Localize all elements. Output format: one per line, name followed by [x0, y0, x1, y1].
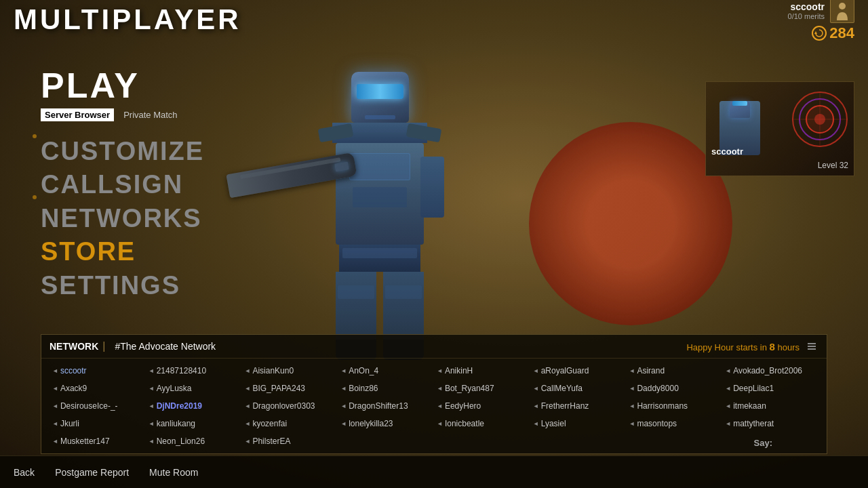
- network-separator: |: [102, 340, 105, 352]
- network-player-entry: ◄sccootr: [50, 363, 146, 379]
- profile-card-inner: sccootr Level 32: [706, 82, 854, 176]
- network-player-entry: ◄Ionicbeatle: [434, 415, 530, 432]
- profile-card: sccootr Level 32: [705, 81, 854, 176]
- action-back[interactable]: Back: [14, 467, 35, 478]
- network-player-entry: ◄kanliukang: [146, 415, 242, 432]
- scroll-bar-1: [808, 343, 816, 344]
- left-nav: PLAY Server Browser Private Match CUSTOM…: [41, 68, 204, 302]
- network-player-entry: ◄AyyLuska: [146, 380, 242, 396]
- player-entry-name: BIG_PAPA243: [252, 384, 305, 393]
- action-mute-room[interactable]: Mute Room: [149, 467, 198, 478]
- speaker-icon: ◄: [629, 403, 635, 409]
- speaker-icon: ◄: [245, 367, 251, 374]
- nav-bullet-customize: [33, 134, 37, 138]
- speaker-icon: ◄: [245, 385, 251, 392]
- player-entry-name: sccootr: [60, 366, 87, 375]
- nav-play-label[interactable]: PLAY: [41, 68, 204, 103]
- speaker-icon: ◄: [245, 403, 251, 409]
- player-entry-name: Daddy8000: [637, 384, 678, 393]
- scroll-indicator[interactable]: [808, 343, 816, 350]
- speaker-icon: ◄: [629, 420, 635, 427]
- speaker-icon: ◄: [340, 367, 347, 374]
- network-player-entry: ◄AisianKun0: [242, 363, 338, 379]
- top-right: sccootr 0/10 merits: [788, 0, 854, 42]
- nav-bullet-networks: [33, 195, 37, 199]
- player-entry-name: AisianKun0: [252, 366, 294, 375]
- speaker-icon: ◄: [725, 367, 731, 374]
- network-player-entry: ◄Lyasiel: [530, 415, 627, 432]
- network-player-entry: ◄Asirand: [627, 363, 723, 379]
- player-entry-name: AnikinH: [445, 366, 473, 375]
- player-entry-name: Jkurli: [60, 419, 79, 428]
- speaker-icon: ◄: [725, 420, 731, 427]
- speaker-icon: ◄: [149, 438, 155, 445]
- player-entry-name: kanliukang: [157, 419, 195, 428]
- speaker-icon: ◄: [629, 385, 635, 392]
- network-name: #The Advocate Network: [115, 341, 216, 352]
- network-player-entry: ◄Jkurli: [50, 415, 146, 432]
- network-right: Happy Hour starts in 8 hours: [686, 341, 818, 352]
- player-entry-name: itmekaan: [733, 401, 766, 411]
- player-avatar-icon: [830, 0, 854, 23]
- player-entry-name: Asirand: [637, 366, 665, 375]
- tab-private-match[interactable]: Private Match: [119, 108, 181, 121]
- speaker-icon: ◄: [437, 420, 443, 427]
- player-entry-name: FretherrHanz: [541, 401, 589, 411]
- profile-target-circles: [789, 89, 850, 150]
- speaker-icon: ◄: [149, 420, 155, 427]
- speaker-icon: ◄: [340, 403, 347, 409]
- ui-layer: MULTIPLAYER sccootr 0/10 merits: [0, 0, 868, 488]
- network-player-entry: ◄Neon_Lion26: [146, 433, 242, 449]
- speaker-icon: ◄: [245, 438, 251, 445]
- happy-hour-text: Happy Hour starts in 8 hours: [686, 341, 800, 352]
- speaker-icon: ◄: [52, 385, 58, 392]
- speaker-icon: ◄: [149, 403, 155, 409]
- svg-point-0: [839, 3, 846, 9]
- nav-item-callsign[interactable]: CALLSIGN: [41, 168, 204, 201]
- nav-item-networks[interactable]: NETWORKS: [41, 202, 204, 235]
- currency-amount: 284: [829, 24, 854, 42]
- network-player-entry: ◄mattytherat: [722, 415, 818, 432]
- svg-marker-1: [814, 31, 817, 34]
- speaker-icon: ◄: [533, 420, 539, 427]
- speaker-icon: ◄: [437, 385, 443, 392]
- nav-item-customize[interactable]: CUSTOMIZE: [41, 135, 204, 168]
- nav-item-store[interactable]: STORE: [41, 235, 204, 268]
- tab-server-browser[interactable]: Server Browser: [41, 108, 114, 121]
- network-players-grid: ◄sccootr◄21487128410◄AisianKun0◄AnOn_4◄A…: [41, 359, 827, 453]
- network-player-entry: ◄Avokado_Brot2006: [722, 363, 818, 379]
- play-sub-tabs: Server Browser Private Match: [41, 108, 204, 121]
- speaker-icon: ◄: [533, 385, 539, 392]
- network-player-entry: ◄21487128410: [146, 363, 242, 379]
- action-postgame-label: Postgame Report: [55, 467, 129, 478]
- network-player-entry: ◄Musketter147: [50, 433, 146, 449]
- network-player-entry: ◄PhilsterEA: [242, 433, 338, 449]
- speaker-icon: ◄: [340, 420, 347, 427]
- player-entry-name: DjNDre2019: [157, 401, 202, 411]
- profile-level: Level 32: [818, 161, 848, 170]
- player-entry-name: Lyasiel: [541, 419, 566, 428]
- network-player-entry: ◄Dragonlover0303: [242, 398, 338, 414]
- network-player-entry: ◄Bot_Ryan487: [434, 380, 530, 396]
- network-player-entry: ◄BIG_PAPA243: [242, 380, 338, 396]
- bottom-bar: Back Postgame Report Mute Room: [0, 455, 868, 488]
- player-entry-name: mattytherat: [733, 419, 774, 428]
- network-header: NETWORK | #The Advocate Network Happy Ho…: [41, 335, 827, 359]
- happy-hour-suffix: hours: [775, 342, 800, 352]
- action-postgame[interactable]: Postgame Report: [55, 467, 129, 478]
- network-player-entry: ◄FretherrHanz: [530, 398, 627, 414]
- speaker-icon: ◄: [52, 367, 58, 374]
- currency-bar: 284: [812, 24, 854, 42]
- player-entry-name: masontops: [637, 419, 677, 428]
- player-entry-name: aRoyalGuard: [541, 366, 589, 375]
- happy-hour-prefix: Happy Hour starts in: [686, 342, 769, 352]
- network-player-entry: ◄Boinz86: [338, 380, 434, 396]
- page-title: MULTIPLAYER: [14, 0, 241, 36]
- network-player-entry: ◄aRoyalGuard: [530, 363, 627, 379]
- merit-info: 0/10 merits: [788, 12, 825, 20]
- network-player-entry: ◄DeepLilac1: [722, 380, 818, 396]
- network-player-entry: ◄Harrisonmans: [627, 398, 723, 414]
- player-entry-name: Bot_Ryan487: [445, 384, 494, 393]
- scroll-bar-3: [808, 348, 816, 350]
- nav-item-settings[interactable]: SETTINGS: [41, 269, 204, 302]
